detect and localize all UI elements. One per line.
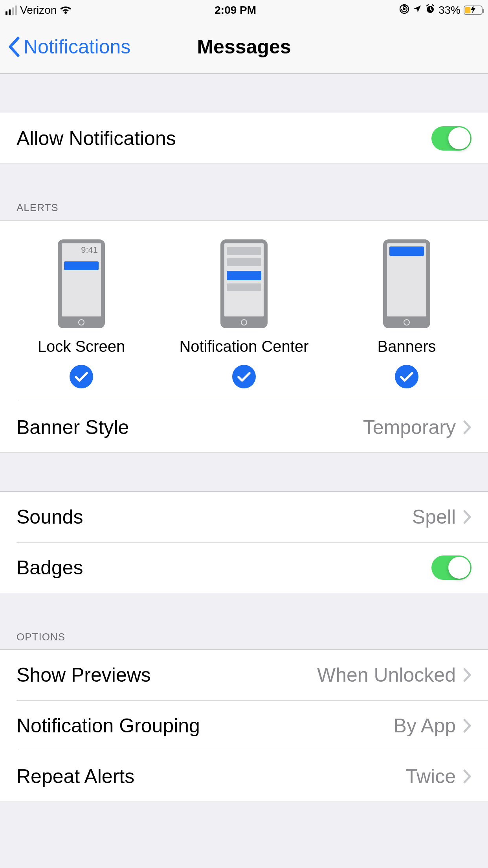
chevron-right-icon xyxy=(463,668,471,682)
notification-grouping-value: By App xyxy=(394,714,456,737)
svg-rect-1 xyxy=(403,8,405,10)
section-allow: Allow Notifications xyxy=(0,113,488,164)
back-button[interactable]: Notifications xyxy=(0,35,130,58)
wifi-icon xyxy=(60,6,72,15)
location-icon xyxy=(413,4,422,17)
options-header: OPTIONS xyxy=(0,593,488,649)
battery-icon xyxy=(464,6,482,15)
spacer xyxy=(0,453,488,491)
status-bar: Verizon 2:09 PM 33% xyxy=(0,0,488,20)
badges-row[interactable]: Badges xyxy=(0,542,488,593)
show-previews-value: When Unlocked xyxy=(317,664,456,686)
repeat-alerts-row[interactable]: Repeat Alerts Twice xyxy=(0,751,488,802)
alert-banners[interactable]: Banners xyxy=(325,239,488,388)
status-right: 33% xyxy=(399,4,482,17)
sounds-value: Spell xyxy=(412,506,456,528)
chevron-right-icon xyxy=(463,718,471,733)
alert-lock-screen[interactable]: 9:41 Lock Screen xyxy=(0,239,163,388)
chevron-right-icon xyxy=(463,769,471,784)
show-previews-label: Show Previews xyxy=(17,664,151,686)
notification-center-check[interactable] xyxy=(232,365,256,388)
notification-center-illustration xyxy=(220,239,268,328)
carrier-label: Verizon xyxy=(20,4,57,17)
banner-style-row[interactable]: Banner Style Temporary xyxy=(0,402,488,452)
notification-grouping-row[interactable]: Notification Grouping By App xyxy=(0,701,488,751)
banner-style-label: Banner Style xyxy=(17,416,129,439)
alert-notification-center[interactable]: Notification Center xyxy=(163,239,325,388)
back-label: Notifications xyxy=(24,35,130,58)
lock-screen-illustration: 9:41 xyxy=(58,239,105,328)
status-time: 2:09 PM xyxy=(215,4,256,17)
sounds-label: Sounds xyxy=(17,506,83,528)
show-previews-row[interactable]: Show Previews When Unlocked xyxy=(0,650,488,700)
sounds-row[interactable]: Sounds Spell xyxy=(0,492,488,542)
notification-grouping-label: Notification Grouping xyxy=(17,714,200,737)
allow-notifications-row[interactable]: Allow Notifications xyxy=(0,113,488,164)
allow-notifications-label: Allow Notifications xyxy=(17,127,176,150)
alarm-icon xyxy=(425,4,435,17)
alerts-header: ALERTS xyxy=(0,164,488,220)
lock-screen-check[interactable] xyxy=(70,365,93,388)
chevron-right-icon xyxy=(463,420,471,435)
notification-center-label: Notification Center xyxy=(179,338,308,355)
battery-percent: 33% xyxy=(438,4,460,17)
repeat-alerts-label: Repeat Alerts xyxy=(17,765,134,788)
banners-check[interactable] xyxy=(395,365,418,388)
banners-illustration xyxy=(383,239,430,328)
badges-switch[interactable] xyxy=(431,555,471,580)
nav-bar: Notifications Messages xyxy=(0,20,488,74)
alerts-section: 9:41 Lock Screen Notification Center xyxy=(0,220,488,453)
cellular-signal-icon xyxy=(6,6,17,15)
section-options: Show Previews When Unlocked Notification… xyxy=(0,649,488,802)
banners-label: Banners xyxy=(378,338,436,355)
lock-screen-label: Lock Screen xyxy=(38,338,125,355)
repeat-alerts-value: Twice xyxy=(405,765,456,788)
banner-style-value: Temporary xyxy=(363,416,456,439)
lock-screen-time: 9:41 xyxy=(81,245,98,255)
chevron-left-icon xyxy=(7,36,21,58)
orientation-lock-icon xyxy=(399,4,409,17)
section-sounds: Sounds Spell Badges xyxy=(0,491,488,593)
badges-label: Badges xyxy=(17,556,83,579)
status-left: Verizon xyxy=(6,4,72,17)
allow-notifications-switch[interactable] xyxy=(431,126,471,151)
spacer xyxy=(0,74,488,113)
chevron-right-icon xyxy=(463,509,471,524)
